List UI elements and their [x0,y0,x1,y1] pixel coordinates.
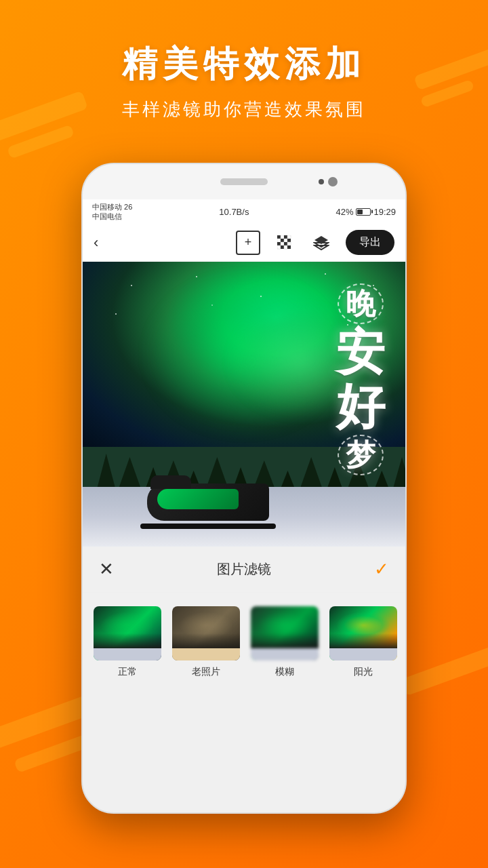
add-element-button[interactable]: + [236,231,260,255]
filter-label-old: 老照片 [192,666,220,678]
svg-rect-10 [284,242,287,245]
promo-text-area: 精美特效添加 丰样滤镜助你营造效果氛围 [0,41,488,121]
svg-rect-13 [281,245,284,249]
filter-label-blur: 模糊 [275,666,294,678]
carrier-info: 中国移动 26 中国电信 [92,202,132,222]
status-bar: 中国移动 26 中国电信 10.7B/s 42% 19:29 [83,199,405,224]
filter-item-blur[interactable]: 模糊 [251,606,319,678]
filter-thumb-sun [329,606,397,660]
overlay-char-1: 晚 [338,283,384,324]
svg-rect-0 [277,235,281,239]
time-display: 19:29 [373,207,396,217]
promo-subtitle: 丰样滤镜助你营造效果氛围 [0,98,488,121]
filter-item-sun[interactable]: 阳光 [329,606,397,678]
svg-rect-15 [287,245,291,249]
svg-rect-4 [277,239,281,242]
filter-thumb-normal [94,606,161,660]
svg-rect-7 [287,239,291,242]
overlay-char-3: 好 [336,380,385,433]
checkerboard-button[interactable] [272,231,297,255]
speaker-grill [220,178,268,185]
export-button[interactable]: 导出 [346,230,394,255]
phone-mockup: 中国移动 26 中国电信 10.7B/s 42% 19:29 ‹ + [81,163,407,814]
filter-thumb-old [172,606,240,660]
filter-close-button[interactable]: ✕ [99,559,114,580]
add-icon: + [245,235,252,250]
svg-rect-5 [281,239,284,242]
network-speed: 10.7B/s [219,207,249,217]
battery-fill [357,210,363,214]
front-camera [319,179,324,184]
status-right-area: 42% 19:29 [336,207,396,217]
back-button[interactable]: ‹ [94,234,98,252]
svg-rect-3 [287,235,291,239]
filter-label-sun: 阳光 [354,666,373,678]
image-text-overlay[interactable]: 晚 安 好 梦 [336,282,385,477]
svg-rect-2 [284,235,287,239]
overlay-char-4: 梦 [338,435,384,475]
svg-rect-6 [284,239,287,242]
svg-rect-11 [287,242,291,245]
filter-item-old[interactable]: 老照片 [172,606,240,678]
filter-thumb-blur [251,606,319,660]
svg-rect-9 [281,242,284,245]
filter-confirm-button[interactable]: ✓ [374,559,389,580]
battery-icon [356,208,371,216]
filter-label-normal: 正常 [118,666,137,678]
image-canvas[interactable]: 晚 安 好 梦 [83,262,405,547]
carrier1-label: 中国移动 26 [92,202,132,212]
svg-rect-8 [277,242,281,245]
filter-item-normal[interactable]: 正常 [94,606,161,678]
layers-icon [313,235,329,251]
camera-lens [328,177,338,186]
promo-title: 精美特效添加 [0,41,488,88]
filter-title: 图片滤镜 [217,560,271,578]
battery-percent: 42% [336,207,353,217]
editor-toolbar: ‹ + [83,224,405,262]
filter-panel: ✕ 图片滤镜 ✓ 正常 [83,547,405,814]
carrier2-label: 中国电信 [92,212,132,221]
phone-top-hardware [83,164,405,199]
filter-list: 正常 老照片 [83,593,405,692]
overlay-char-2: 安 [336,326,385,379]
snowmobile [147,484,276,529]
svg-rect-12 [277,245,281,249]
svg-rect-14 [284,245,287,249]
layers-button[interactable] [309,231,333,255]
filter-header: ✕ 图片滤镜 ✓ [83,547,405,593]
svg-rect-1 [281,235,284,239]
checkerboard-icon [277,235,292,250]
